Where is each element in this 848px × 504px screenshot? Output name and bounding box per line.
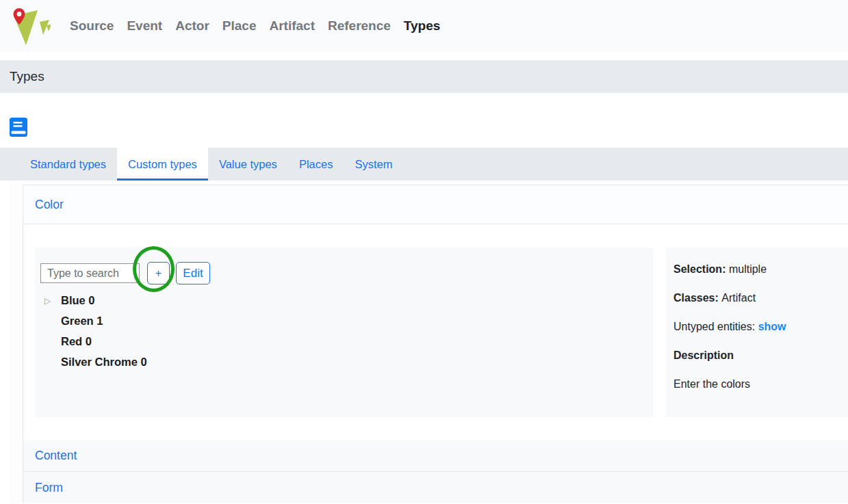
tab-standard-types[interactable]: Standard types	[19, 148, 117, 181]
type-tree: ▷Blue 0 Green 1 Red 0 Silver Chrome 0	[40, 290, 653, 372]
tab-system[interactable]: System	[344, 148, 403, 181]
nav-item-reference[interactable]: Reference	[328, 18, 391, 34]
expander-icon[interactable]: ▷	[44, 291, 61, 311]
tree-item-blue[interactable]: ▷Blue 0	[40, 290, 653, 310]
tab-bar: Standard types Custom types Value types …	[0, 148, 848, 181]
accordion-header-color[interactable]: Color	[23, 185, 848, 224]
tree-item-label: Blue 0	[61, 294, 95, 306]
type-search-input[interactable]	[40, 263, 140, 283]
tab-content-panel: Color + Edit ▷Blue 0 Green 1	[10, 181, 848, 503]
type-details-panel: Selectionmultiple ClassesArtifact Untype…	[666, 248, 848, 417]
accordion-title: Color	[35, 198, 64, 212]
color-section-body: + Edit ▷Blue 0 Green 1 Red 0 Silver Ch	[23, 224, 848, 440]
tab-value-types[interactable]: Value types	[208, 148, 288, 181]
nav-item-types[interactable]: Types	[404, 18, 441, 34]
manual-book-icon[interactable]	[10, 118, 27, 137]
selection-value: multiple	[729, 263, 767, 275]
selection-row: Selectionmultiple	[673, 264, 848, 275]
nav-item-artifact[interactable]: Artifact	[269, 18, 315, 34]
nav-item-actor[interactable]: Actor	[175, 18, 209, 34]
book-icon	[10, 118, 27, 137]
accordion-header-form[interactable]: Form	[23, 472, 848, 503]
type-tree-panel: + Edit ▷Blue 0 Green 1 Red 0 Silver Ch	[35, 248, 653, 417]
classes-value: Artifact	[721, 292, 756, 304]
description-label-row: Description	[673, 350, 848, 361]
description-label: Description	[673, 349, 734, 361]
add-type-button[interactable]: +	[147, 262, 170, 284]
untyped-entities-label: Untyped entities	[673, 321, 758, 332]
nav-item-source[interactable]: Source	[70, 18, 114, 34]
tree-item-red[interactable]: Red 0	[40, 331, 653, 352]
main-menu: Source Event Actor Place Artifact Refere…	[70, 18, 440, 34]
nav-item-event[interactable]: Event	[127, 18, 162, 34]
tree-item-label: Green 1	[61, 315, 103, 327]
tree-item-silver-chrome[interactable]: Silver Chrome 0	[40, 352, 653, 372]
tree-item-label: Silver Chrome 0	[61, 356, 147, 368]
description-text: Enter the colors	[673, 378, 750, 390]
accordion-title: Form	[35, 481, 63, 495]
top-nav: Source Event Actor Place Artifact Refere…	[0, 0, 848, 52]
edit-type-button[interactable]: Edit	[176, 262, 210, 284]
tab-custom-types[interactable]: Custom types	[117, 148, 208, 181]
accordion-header-content[interactable]: Content	[23, 440, 848, 472]
tree-toolbar: + Edit	[40, 262, 653, 284]
openatlas-logo-icon[interactable]	[12, 7, 51, 47]
show-untyped-link[interactable]: show	[758, 321, 786, 332]
tree-item-green[interactable]: Green 1	[40, 310, 653, 331]
types-accordion: Color + Edit ▷Blue 0 Green 1	[23, 185, 848, 503]
description-text-row: Enter the colors	[673, 379, 848, 390]
breadcrumb-bar: Types	[0, 60, 848, 93]
page-title: Types	[10, 69, 44, 84]
nav-item-place[interactable]: Place	[222, 18, 257, 34]
untyped-entities-row: Untyped entitiesshow	[673, 321, 848, 332]
classes-row: ClassesArtifact	[673, 293, 848, 304]
tab-places[interactable]: Places	[288, 148, 344, 181]
selection-label: Selection	[673, 263, 729, 275]
accordion-title: Content	[35, 449, 77, 463]
classes-label: Classes	[673, 292, 721, 304]
tree-item-label: Red 0	[61, 335, 92, 347]
